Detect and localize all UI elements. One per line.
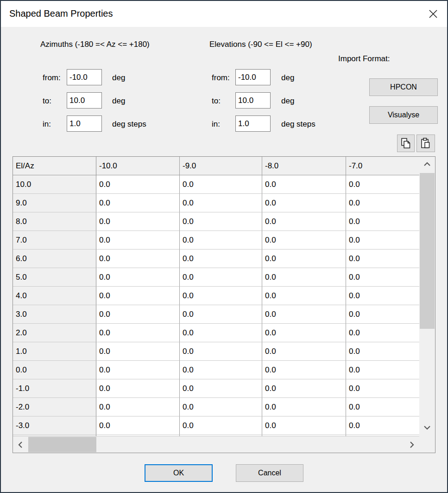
value-cell[interactable]: 0.0 <box>180 379 262 398</box>
value-cell[interactable]: 0.0 <box>262 361 346 379</box>
value-cell[interactable]: 0.0 <box>96 250 180 268</box>
table-row: 2.00.00.00.00.0 <box>13 324 419 342</box>
value-cell[interactable]: 0.0 <box>96 231 180 250</box>
value-cell[interactable]: 0.0 <box>262 250 346 268</box>
value-cell[interactable]: 0.0 <box>346 268 419 287</box>
value-cell[interactable]: 0.0 <box>180 287 262 305</box>
value-cell[interactable]: 0.0 <box>96 398 180 416</box>
el-step-input[interactable] <box>235 115 271 132</box>
value-cell[interactable]: 0.0 <box>262 324 346 342</box>
value-cell[interactable]: 0.0 <box>96 342 180 361</box>
value-cell[interactable]: 0.0 <box>346 379 419 398</box>
cancel-button[interactable]: Cancel <box>236 464 303 482</box>
value-cell[interactable]: 0.0 <box>180 324 262 342</box>
value-cell[interactable]: 0.0 <box>96 305 180 324</box>
window-title: Shaped Beam Properties <box>9 8 113 19</box>
beam-table-body: 10.00.00.00.00.09.00.00.00.00.08.00.00.0… <box>13 175 419 436</box>
value-cell[interactable]: 0.0 <box>96 194 180 212</box>
value-cell[interactable]: 0.0 <box>262 398 346 416</box>
import-format-label: Import Format: <box>338 54 390 64</box>
row-header-cell: 2.0 <box>13 324 96 342</box>
el-from-input[interactable] <box>235 69 271 85</box>
value-cell[interactable]: 0.0 <box>180 175 262 194</box>
value-cell[interactable]: 0.0 <box>262 268 346 287</box>
value-cell[interactable]: 0.0 <box>180 305 262 324</box>
value-cell[interactable]: 0.0 <box>180 398 262 416</box>
column-header-cell: -7.0 <box>346 157 419 175</box>
horizontal-scrollbar-thumb[interactable] <box>28 437 96 452</box>
value-cell[interactable]: 0.0 <box>262 379 346 398</box>
value-cell[interactable]: 0.0 <box>346 212 419 231</box>
value-cell[interactable]: 0.0 <box>346 342 419 361</box>
value-cell[interactable]: 0.0 <box>346 305 419 324</box>
value-cell[interactable]: 0.0 <box>262 231 346 250</box>
table-row: 5.00.00.00.00.0 <box>13 268 419 287</box>
value-cell[interactable]: 0.0 <box>346 287 419 305</box>
value-cell[interactable]: 0.0 <box>96 212 180 231</box>
vertical-scrollbar-thumb[interactable] <box>420 173 435 329</box>
value-cell[interactable]: 0.0 <box>346 231 419 250</box>
value-cell[interactable]: 0.0 <box>346 361 419 379</box>
value-cell[interactable]: 0.0 <box>346 194 419 212</box>
copy-button[interactable] <box>397 134 415 152</box>
scroll-down-icon[interactable] <box>419 422 435 434</box>
value-cell[interactable]: 0.0 <box>96 324 180 342</box>
az-to-label: to: <box>43 96 51 106</box>
el-to-label: to: <box>212 96 221 106</box>
paste-button[interactable] <box>416 134 435 152</box>
value-cell[interactable]: 0.0 <box>96 361 180 379</box>
value-cell[interactable]: 0.0 <box>262 175 346 194</box>
visualyse-button[interactable]: Visualyse <box>369 106 438 124</box>
ok-button[interactable]: OK <box>145 464 213 482</box>
value-cell[interactable]: 0.0 <box>96 379 180 398</box>
az-to-unit: deg <box>112 96 125 106</box>
value-cell[interactable]: 0.0 <box>180 250 262 268</box>
value-cell[interactable]: 0.0 <box>180 268 262 287</box>
value-cell[interactable]: 0.0 <box>346 175 419 194</box>
scroll-up-icon[interactable] <box>419 158 435 170</box>
row-header-cell: 0.0 <box>13 361 96 379</box>
value-cell[interactable]: 0.0 <box>180 212 262 231</box>
table-row: -1.00.00.00.00.0 <box>13 379 419 398</box>
az-to-input[interactable] <box>67 92 102 109</box>
value-cell[interactable]: 0.0 <box>262 194 346 212</box>
value-cell[interactable]: 0.0 <box>96 416 180 435</box>
close-button[interactable] <box>423 5 443 23</box>
az-step-input[interactable] <box>67 115 102 132</box>
value-cell[interactable]: 0.0 <box>262 212 346 231</box>
value-cell[interactable]: 0.0 <box>262 416 346 435</box>
table-row: -2.00.00.00.00.0 <box>13 398 419 416</box>
shaped-beam-properties-dialog: Shaped Beam Properties Azimuths (-180 =<… <box>0 0 448 493</box>
value-cell[interactable]: 0.0 <box>262 305 346 324</box>
el-to-input[interactable] <box>235 92 271 109</box>
value-cell[interactable]: 0.0 <box>180 231 262 250</box>
elevations-heading: Elevations (-90 <= El <= +90) <box>209 40 312 49</box>
az-from-label: from: <box>43 73 61 83</box>
value-cell[interactable]: 0.0 <box>262 287 346 305</box>
row-header-cell: -1.0 <box>13 379 96 398</box>
el-to-unit: deg <box>281 96 294 106</box>
close-icon <box>427 8 439 20</box>
value-cell[interactable]: 0.0 <box>346 250 419 268</box>
row-header-cell: -3.0 <box>13 416 96 435</box>
row-header-cell: 5.0 <box>13 268 96 287</box>
value-cell[interactable]: 0.0 <box>96 175 180 194</box>
horizontal-scrollbar[interactable] <box>13 436 419 453</box>
value-cell[interactable]: 0.0 <box>96 268 180 287</box>
value-cell[interactable]: 0.0 <box>262 342 346 361</box>
column-header-cell: -8.0 <box>262 157 346 175</box>
az-from-input[interactable] <box>67 69 102 85</box>
value-cell[interactable]: 0.0 <box>180 416 262 435</box>
value-cell[interactable]: 0.0 <box>96 287 180 305</box>
scroll-left-icon[interactable] <box>14 436 26 453</box>
value-cell[interactable]: 0.0 <box>346 398 419 416</box>
hpcon-button[interactable]: HPCON <box>369 78 438 96</box>
az-step-unit: deg steps <box>112 120 146 129</box>
value-cell[interactable]: 0.0 <box>180 361 262 379</box>
value-cell[interactable]: 0.0 <box>180 342 262 361</box>
scroll-right-icon[interactable] <box>406 436 418 453</box>
value-cell[interactable]: 0.0 <box>346 416 419 435</box>
value-cell[interactable]: 0.0 <box>346 324 419 342</box>
value-cell[interactable]: 0.0 <box>180 194 262 212</box>
vertical-scrollbar[interactable] <box>419 157 435 436</box>
